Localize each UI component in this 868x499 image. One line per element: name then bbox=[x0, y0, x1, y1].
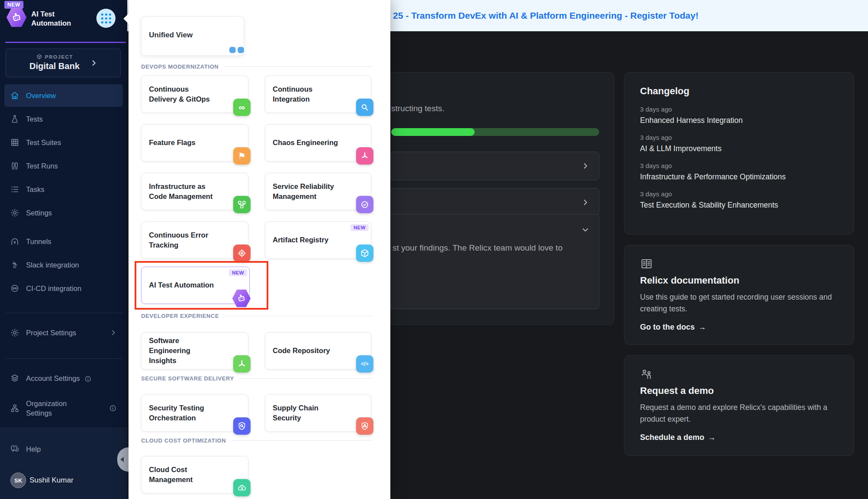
chevron-down-icon[interactable] bbox=[581, 226, 589, 234]
documentation-title: Relicx documentation bbox=[640, 275, 840, 286]
cube-icon bbox=[356, 245, 373, 262]
changelog-entry-date: 3 days ago bbox=[640, 162, 840, 169]
chevron-right-icon bbox=[90, 59, 98, 67]
schedule-demo-link[interactable]: Schedule a demo→ bbox=[640, 433, 840, 442]
changelog-title: Changelog bbox=[640, 86, 840, 97]
progress-bar-fill bbox=[391, 128, 475, 136]
ai-test-automation-logo-icon bbox=[6, 7, 27, 28]
module-tile-unified-view[interactable]: Unified View bbox=[141, 17, 244, 56]
svg-text:$: $ bbox=[241, 486, 243, 490]
section-header: DEVOPS MODERNIZATION bbox=[141, 63, 372, 70]
module-tile-supply-chain-security[interactable]: Supply Chain Security bbox=[265, 394, 371, 432]
user-menu[interactable]: SK Sushil Kumar bbox=[4, 469, 123, 492]
sidebar: NEW AI Test Automation PROJECT Digital B… bbox=[0, 0, 127, 499]
sidebar-item-organization-settings[interactable]: Organization Settings bbox=[4, 394, 123, 422]
new-badge: NEW bbox=[350, 224, 369, 231]
sidebar-item-test-suites[interactable]: Test Suites bbox=[4, 131, 123, 154]
app-root: 25 - Transform DevEx with AI & Platform … bbox=[0, 0, 868, 499]
module-tile-feature-flags[interactable]: Feature Flags ⚑ bbox=[141, 124, 248, 162]
getting-started-card: structing tests. st your findings. The R… bbox=[373, 72, 614, 325]
shield-search-icon bbox=[233, 417, 251, 435]
module-picker-panel: Unified View DEVOPS MODERNIZATION Contin… bbox=[129, 0, 390, 499]
module-tile-continuous-delivery-gitops[interactable]: Continuous Delivery & GitOps ∞ bbox=[141, 76, 248, 113]
changelog-entry: 3 days ago Enhanced Harness Integration bbox=[640, 106, 840, 125]
changelog-entry-title: Enhanced Harness Integration bbox=[640, 116, 840, 125]
changelog-entry: 3 days ago Test Execution & Stability En… bbox=[640, 190, 840, 210]
unified-view-icon bbox=[226, 40, 247, 60]
info-icon bbox=[84, 375, 92, 383]
checklist-row[interactable] bbox=[389, 152, 599, 180]
section-header: SECURE SOFTWARE DELIVERY bbox=[141, 375, 372, 382]
cicd-icon bbox=[10, 283, 20, 294]
documentation-body: Use this guide to get started recording … bbox=[640, 291, 840, 315]
gear-icon bbox=[10, 327, 20, 338]
clock-check-icon bbox=[356, 196, 373, 213]
cloud-dollar-icon: $ bbox=[233, 479, 251, 496]
pinwheel-icon bbox=[356, 147, 373, 165]
project-label: PROJECT bbox=[45, 54, 73, 59]
changelog-entry-date: 3 days ago bbox=[640, 134, 840, 141]
sidebar-item-account-settings[interactable]: Account Settings bbox=[4, 367, 123, 390]
module-tile-code-repository[interactable]: Code Repository </> bbox=[265, 332, 371, 370]
sidebar-item-tasks[interactable]: Tasks bbox=[4, 178, 123, 201]
section-header: DEVELOPER EXPERIENCE bbox=[141, 313, 372, 319]
apps-grid-button[interactable] bbox=[96, 9, 116, 28]
changelog-entry-title: Infrastructure & Performance Optimizatio… bbox=[640, 172, 840, 182]
sidebar-item-overview[interactable]: Overview bbox=[4, 84, 123, 107]
sidebar-item-project-settings[interactable]: Project Settings bbox=[4, 321, 123, 344]
user-name: Sushil Kumar bbox=[30, 476, 73, 485]
app-title: AI Test Automation bbox=[31, 10, 88, 28]
sidebar-item-help[interactable]: ? Help bbox=[4, 438, 123, 460]
home-icon bbox=[10, 90, 20, 101]
chevron-right-icon bbox=[581, 198, 589, 206]
new-badge: NEW bbox=[229, 269, 247, 276]
svg-text:?: ? bbox=[13, 446, 15, 450]
sidebar-item-tunnels[interactable]: Tunnels bbox=[4, 230, 123, 253]
module-tile-security-testing-orchestration[interactable]: Security Testing Orchestration bbox=[141, 394, 248, 432]
changelog-card: Changelog 3 days ago Enhanced Harness In… bbox=[624, 72, 854, 235]
checklist-row[interactable] bbox=[389, 188, 599, 217]
sidebar-item-tests[interactable]: Tests bbox=[4, 108, 123, 130]
avatar: SK bbox=[10, 473, 26, 488]
project-name: Digital Bank bbox=[6, 61, 103, 71]
people-icon bbox=[640, 368, 840, 381]
new-badge: NEW bbox=[4, 1, 23, 9]
checklist-row-expanded[interactable]: st your findings. The Relicx team would … bbox=[389, 214, 599, 309]
module-tile-cloud-cost-management[interactable]: Cloud Cost Management $ bbox=[141, 456, 248, 493]
changelog-entry: 3 days ago AI & LLM Improvements bbox=[640, 134, 840, 153]
flask-icon bbox=[10, 114, 20, 124]
divider bbox=[6, 358, 123, 359]
infinity-icon: ∞ bbox=[233, 99, 251, 116]
module-tile-continuous-error-tracking[interactable]: Continuous Error Tracking bbox=[141, 221, 248, 259]
info-icon bbox=[109, 404, 117, 412]
flag-icon: ⚑ bbox=[233, 147, 251, 165]
module-tile-continuous-integration[interactable]: Continuous Integration bbox=[265, 76, 371, 113]
module-tile-service-reliability-management[interactable]: Service Reliability Management bbox=[265, 173, 371, 210]
accent-divider bbox=[5, 42, 126, 43]
project-selector[interactable]: PROJECT Digital Bank bbox=[6, 49, 121, 77]
changelog-entry-date: 3 days ago bbox=[640, 190, 840, 198]
go-to-docs-link[interactable]: Go to the docs→ bbox=[640, 323, 840, 332]
collapse-arrow-icon bbox=[120, 457, 124, 462]
sidebar-item-settings[interactable]: Settings bbox=[4, 202, 123, 224]
getting-started-text: structing tests. bbox=[391, 104, 445, 113]
module-tile-software-engineering-insights[interactable]: Software Engineering Insights bbox=[141, 332, 248, 370]
sidebar-item-slack-integration[interactable]: Slack integration bbox=[4, 254, 123, 276]
robot-icon bbox=[232, 289, 251, 308]
magnifier-icon bbox=[356, 99, 373, 116]
sidebar-item-test-runs[interactable]: Test Runs bbox=[4, 155, 123, 177]
arrow-right-icon: → bbox=[708, 433, 716, 442]
module-tile-artifact-registry[interactable]: Artifact Registry NEW bbox=[265, 221, 371, 259]
changelog-entry-title: AI & LLM Improvements bbox=[640, 144, 840, 153]
module-tile-infrastructure-as-code-management[interactable]: Infrastructure as Code Management bbox=[141, 173, 248, 210]
request-demo-title: Request a demo bbox=[640, 385, 840, 397]
columns-icon bbox=[10, 161, 20, 171]
arrow-right-icon: → bbox=[698, 323, 706, 332]
help-chat-icon: ? bbox=[10, 444, 20, 454]
module-tile-chaos-engineering[interactable]: Chaos Engineering bbox=[265, 124, 371, 162]
changelog-entry: 3 days ago Infrastructure & Performance … bbox=[640, 162, 840, 182]
sidebar-item-ci-cd-integration[interactable]: CI-CD integration bbox=[4, 277, 123, 300]
nine-dots-icon bbox=[101, 13, 111, 23]
propeller-icon bbox=[233, 355, 251, 373]
module-tile-ai-test-automation[interactable]: AI Test Automation NEW bbox=[141, 267, 250, 304]
